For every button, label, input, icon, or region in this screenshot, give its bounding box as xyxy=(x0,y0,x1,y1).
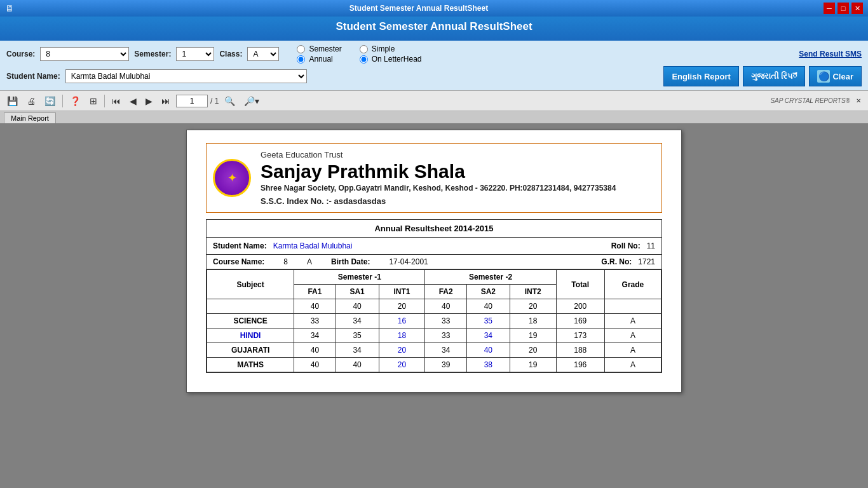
page-number-input[interactable] xyxy=(176,95,208,107)
int2-val: 19 xyxy=(510,329,556,343)
course-label: Course: xyxy=(6,50,35,58)
table-row: HINDI 34 35 18 33 34 19 173 A xyxy=(207,329,661,343)
student-info-right: Roll No: 11 xyxy=(611,241,655,250)
course-name-value: 8 xyxy=(283,257,288,266)
roll-no-value: 11 xyxy=(647,241,655,250)
total-header: Total xyxy=(556,270,604,299)
title-bar: 🖥 Student Semester Annual ResultSheet ─ … xyxy=(0,0,868,17)
school-address: Shree Nagar Society, Opp.Gayatri Mandir,… xyxy=(261,184,655,193)
student-name-value: Karmta Badal Mulubhai xyxy=(273,241,353,250)
school-info: Geeta Education Trust Sanjay Prathmik Sh… xyxy=(261,150,655,206)
class-value: A xyxy=(307,257,312,266)
table-row: MATHS 40 40 20 39 38 19 196 A xyxy=(207,358,661,372)
fa1-val: 40 xyxy=(294,358,336,372)
on-letterhead-radio-label: On LetterHead xyxy=(372,55,422,64)
sa1-val: 34 xyxy=(336,314,379,329)
max-sa1: 40 xyxy=(336,299,379,314)
fa2-val: 39 xyxy=(425,358,466,372)
toolbar-sep1 xyxy=(62,95,63,107)
clear-button[interactable]: 🔵 Clear xyxy=(809,66,862,86)
result-section: Annual Resultsheet 2014-2015 Student Nam… xyxy=(206,219,662,373)
subject-header: Subject xyxy=(207,270,294,299)
int1-val: 18 xyxy=(379,329,425,343)
simple-radio-label: Simple xyxy=(372,44,395,53)
semester-radio-row: Semester xyxy=(297,44,341,53)
student-info-row: Student Name: Karmta Badal Mulubhai Roll… xyxy=(207,238,661,255)
gr-no-label: G.R. No: xyxy=(601,257,632,266)
next-page-button[interactable]: ▶ xyxy=(142,94,156,108)
result-section-title: Annual Resultsheet 2014-2015 xyxy=(207,220,661,238)
sa1-header: SA1 xyxy=(336,285,379,299)
course-left: Course Name: 8 A Birth Date: 17-04-2001 xyxy=(213,257,601,266)
report-page: ✦ Geeta Education Trust Sanjay Prathmik … xyxy=(186,130,682,393)
main-report-tab[interactable]: Main Report xyxy=(4,112,56,123)
gujarati-report-button[interactable]: ગુજરાતી રિપ್ xyxy=(743,66,806,86)
birth-date-label: Birth Date: xyxy=(331,257,370,266)
student-name-label2: Student Name: xyxy=(213,241,267,250)
simple-radio-row: Simple xyxy=(360,44,422,53)
controls-row1: Course: 8 Semester: 1 Class: A Semester … xyxy=(6,44,862,64)
course-select[interactable]: 8 xyxy=(40,47,129,61)
fa1-val: 40 xyxy=(294,343,336,358)
subject-name: GUJARATI xyxy=(207,343,294,358)
export-button[interactable]: 💾 xyxy=(4,94,21,108)
subject-name: SCIENCE xyxy=(207,314,294,329)
send-sms-link[interactable]: Send Result SMS xyxy=(799,50,862,58)
english-report-button[interactable]: English Report xyxy=(663,66,738,86)
maximize-button[interactable]: □ xyxy=(837,3,849,14)
max-total: 200 xyxy=(556,299,604,314)
subject-name: HINDI xyxy=(207,329,294,343)
last-page-button[interactable]: ⏭ xyxy=(158,94,173,108)
student-name-select[interactable]: Karmta Badal Mulubhai xyxy=(65,69,307,83)
student-info-left: Student Name: Karmta Badal Mulubhai xyxy=(213,241,611,250)
semester-radio[interactable] xyxy=(297,45,305,53)
main-header: Student Semester Annual ResultSheet xyxy=(0,17,868,41)
gr-no-value: 1721 xyxy=(638,257,655,266)
controls-area: Course: 8 Semester: 1 Class: A Semester … xyxy=(0,41,868,91)
semester-radio-label: Semester xyxy=(309,44,341,53)
sa2-val: 38 xyxy=(466,358,510,372)
int1-val: 16 xyxy=(379,314,425,329)
fa2-val: 33 xyxy=(425,314,466,329)
school-header: ✦ Geeta Education Trust Sanjay Prathmik … xyxy=(206,143,662,213)
close-report-button[interactable]: ✕ xyxy=(853,95,864,106)
annual-radio[interactable] xyxy=(297,55,305,64)
letter-type-group: Simple On LetterHead xyxy=(360,44,422,64)
first-page-button[interactable]: ⏮ xyxy=(109,94,124,108)
prev-page-button[interactable]: ◀ xyxy=(126,94,140,108)
on-letterhead-radio[interactable] xyxy=(360,55,368,64)
help-button[interactable]: ❓ xyxy=(67,94,84,108)
course-row: Course Name: 8 A Birth Date: 17-04-2001 … xyxy=(207,255,661,269)
course-name-label: Course Name: xyxy=(213,257,264,266)
report-area[interactable]: ✦ Geeta Education Trust Sanjay Prathmik … xyxy=(0,123,868,488)
refresh-button[interactable]: 🔄 xyxy=(41,94,58,108)
int2-val: 20 xyxy=(510,343,556,358)
semester-select[interactable]: 1 xyxy=(176,47,214,61)
annual-radio-row: Annual xyxy=(297,55,341,64)
fa1-header: FA1 xyxy=(294,285,336,299)
table-row: SCIENCE 33 34 16 33 35 18 169 A xyxy=(207,314,661,329)
close-button[interactable]: ✕ xyxy=(851,3,863,14)
grade-header: Grade xyxy=(604,270,661,299)
class-select[interactable]: A xyxy=(247,47,279,61)
zoom-button[interactable]: 🔎▾ xyxy=(241,94,262,108)
search-button[interactable]: 🔍 xyxy=(221,94,238,108)
class-label: Class: xyxy=(219,50,242,58)
sa1-val: 34 xyxy=(336,343,379,358)
fa1-val: 34 xyxy=(294,329,336,343)
sem2-header: Semester -2 xyxy=(425,270,556,285)
sa2-header: SA2 xyxy=(466,285,510,299)
title-bar-title: Student Semester Annual ResultSheet xyxy=(14,4,824,13)
toolbar-sep2 xyxy=(104,95,105,107)
clear-button-label: Clear xyxy=(832,72,853,81)
max-grade xyxy=(604,299,661,314)
fa2-header: FA2 xyxy=(425,285,466,299)
sem1-header: Semester -1 xyxy=(294,270,425,285)
max-fa1: 40 xyxy=(294,299,336,314)
simple-radio[interactable] xyxy=(360,45,368,53)
student-name-label: Student Name: xyxy=(6,72,60,81)
print-button[interactable]: 🖨 xyxy=(24,94,39,108)
toggle-button[interactable]: ⊞ xyxy=(86,94,100,108)
grade-val: A xyxy=(604,314,661,329)
minimize-button[interactable]: ─ xyxy=(824,3,835,14)
